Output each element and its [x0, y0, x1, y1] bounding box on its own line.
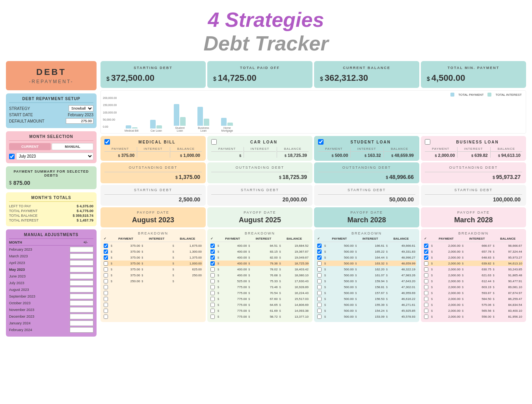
adj-input-jul2023[interactable]	[70, 280, 93, 286]
startdate-value: February 2023	[68, 113, 93, 117]
car-bd-cb-2[interactable]	[210, 249, 215, 254]
student-bd-cb-11[interactable]	[317, 303, 322, 307]
business-bd-cb-10[interactable]	[424, 297, 428, 301]
medical-bd-cb-8[interactable]	[104, 285, 108, 289]
adj-input-feb2023[interactable]	[70, 247, 93, 252]
student-bd-row-6: $500.00 $161.07 $47,983.26	[317, 272, 416, 278]
debt-columns: MEDICAL BILL PAYMENT $ 375.00 INTEREST B…	[100, 136, 526, 322]
business-bd-cb-5[interactable]	[424, 267, 428, 272]
total-interest-label: TOTAL INTEREST	[9, 218, 39, 222]
student-bd-cb-6[interactable]	[317, 273, 322, 277]
medical-bd-cb-11[interactable]	[104, 303, 108, 307]
business-bd-cb-3[interactable]	[424, 255, 428, 260]
month-select[interactable]: July 2023	[16, 153, 93, 160]
car-bd-row-7: $525.00 $75.33 $17,630.43	[210, 278, 309, 284]
car-bd-cb-6[interactable]	[210, 273, 215, 277]
car-bd-cb-1[interactable]	[210, 244, 215, 248]
student-bd-cb-1[interactable]	[317, 244, 322, 248]
month-checkbox[interactable]	[9, 154, 15, 159]
business-bd-cb-2[interactable]	[424, 249, 428, 254]
medical-bd-cb-9[interactable]	[104, 291, 108, 295]
adj-input-jan2024[interactable]	[70, 320, 93, 326]
title-line2: Debt Tracker	[0, 32, 532, 55]
car-bd-cb-9[interactable]	[210, 291, 215, 295]
adj-input-jun2023[interactable]	[70, 274, 93, 279]
adj-input-apr2023[interactable]	[70, 260, 93, 266]
car-bd-cb-3[interactable]	[210, 255, 215, 260]
car-bd-cb-12[interactable]	[210, 309, 215, 313]
business-bd-cb-9[interactable]	[424, 291, 428, 295]
business-bd-cb-6[interactable]	[424, 273, 428, 277]
adj-input-oct2023[interactable]	[70, 300, 93, 306]
car-bd-cb-10[interactable]	[210, 297, 215, 301]
business-bd-cb-1[interactable]	[424, 244, 428, 248]
adj-col-month: MONTH	[9, 240, 78, 244]
strategy-select[interactable]: Snowball	[69, 105, 93, 112]
student-bd-cb-3[interactable]	[317, 255, 322, 260]
student-bd-row-2: $500.00 $165.22 $49,331.83	[317, 249, 416, 254]
business-bd-cb-8[interactable]	[424, 285, 428, 289]
medical-payment-col: PAYMENT $ 375.00	[104, 147, 136, 158]
medical-bd-cb-12[interactable]	[104, 309, 108, 313]
medical-bd-cb-13[interactable]	[104, 315, 108, 319]
car-bd-row-13: $775.00 $58.72 $13,377.10	[210, 314, 309, 319]
student-bd-cb-4[interactable]	[317, 261, 322, 266]
business-bd-cb-4[interactable]	[424, 261, 428, 266]
default-amount-input[interactable]	[66, 118, 93, 124]
medical-bd-row-10	[104, 296, 203, 302]
adj-input-nov2023[interactable]	[70, 307, 93, 313]
main-content: STARTING DEBT $ 372,500.00 TOTAL PAID OF…	[99, 59, 528, 339]
car-bd-cb-8[interactable]	[210, 285, 215, 289]
student-bd-cb-12[interactable]	[317, 309, 322, 313]
medical-bd-cb-3[interactable]	[104, 255, 108, 260]
student-bd-cb-7[interactable]	[317, 279, 322, 283]
student-checkbox[interactable]	[318, 139, 324, 145]
medical-bd-cb-4[interactable]	[104, 261, 108, 266]
student-bd-row-5: $500.00 $162.20 $48,322.19	[317, 266, 416, 272]
chart-y-axis: 200,000.00 150,000.00 100,000.00 50,000.…	[103, 97, 117, 128]
student-bd-cb-8[interactable]	[317, 285, 322, 289]
student-bd-cb-13[interactable]	[317, 315, 322, 319]
business-bd-cb-11[interactable]	[424, 303, 428, 307]
adj-row-feb2024: February 2024	[9, 327, 93, 333]
car-bd-cb-11[interactable]	[210, 303, 215, 307]
car-breakdown-header: ✓ PAYMENT INTEREST BALANCE	[210, 237, 309, 242]
month-selection-box: MONTH SELECTION CURRENT MANUAL July 2023	[6, 131, 97, 163]
medical-bd-cb-6[interactable]	[104, 273, 108, 277]
car-bd-cb-13[interactable]	[210, 315, 215, 319]
car-bd-cb-7[interactable]	[210, 279, 215, 283]
adj-input-may2023[interactable]	[70, 267, 93, 272]
business-bd-row-5: $2,000.00 $630.75 $93,243.85	[424, 266, 523, 272]
student-bd-cb-2[interactable]	[317, 249, 322, 254]
student-bd-cb-5[interactable]	[317, 267, 322, 272]
bar-medical-label: Medical Bill	[125, 129, 138, 132]
adj-input-aug2023[interactable]	[70, 287, 93, 292]
business-bd-cb-12[interactable]	[424, 309, 428, 313]
medical-checkbox[interactable]	[104, 139, 110, 145]
student-bd-cb-10[interactable]	[317, 297, 322, 301]
adj-row-oct2023: October 2023	[9, 300, 93, 306]
adj-input-mar2023[interactable]	[70, 253, 93, 259]
payment-summary-box: PAYMENT SUMMARY FOR SELECTED DEBTS $ 875…	[6, 166, 97, 189]
adj-input-sep2023[interactable]	[70, 294, 93, 299]
student-breakdown-header: ✓ PAYMENT INTEREST BALANCE	[317, 237, 416, 242]
business-checkbox[interactable]	[425, 139, 430, 145]
car-bd-cb-4[interactable]	[210, 261, 215, 266]
student-bd-cb-9[interactable]	[317, 291, 322, 295]
adj-input-feb2024[interactable]	[70, 327, 93, 333]
tab-manual[interactable]: MANUAL	[52, 143, 93, 150]
business-bd-cb-7[interactable]	[424, 279, 428, 283]
medical-bd-cb-1[interactable]	[104, 244, 108, 248]
car-bd-cb-5[interactable]	[210, 267, 215, 272]
medical-bd-cb-10[interactable]	[104, 297, 108, 301]
adj-input-dec2023[interactable]	[70, 314, 93, 319]
medical-bd-cb-2[interactable]	[104, 249, 108, 254]
medical-bd-cb-5[interactable]	[104, 267, 108, 272]
medical-bd-cb-7[interactable]	[104, 279, 108, 283]
business-bd-cb-13[interactable]	[424, 315, 428, 319]
medical-breakdown-card: BREAKDOWN ✓ PAYMENT INTEREST BALANCE $37…	[100, 229, 206, 322]
car-checkbox[interactable]	[211, 139, 217, 145]
current-balance-label: CURRENT BALANCE	[320, 66, 413, 70]
tab-current[interactable]: CURRENT	[9, 143, 51, 150]
medical-balance-col: BALANCE $ 1,000.00	[170, 147, 202, 158]
